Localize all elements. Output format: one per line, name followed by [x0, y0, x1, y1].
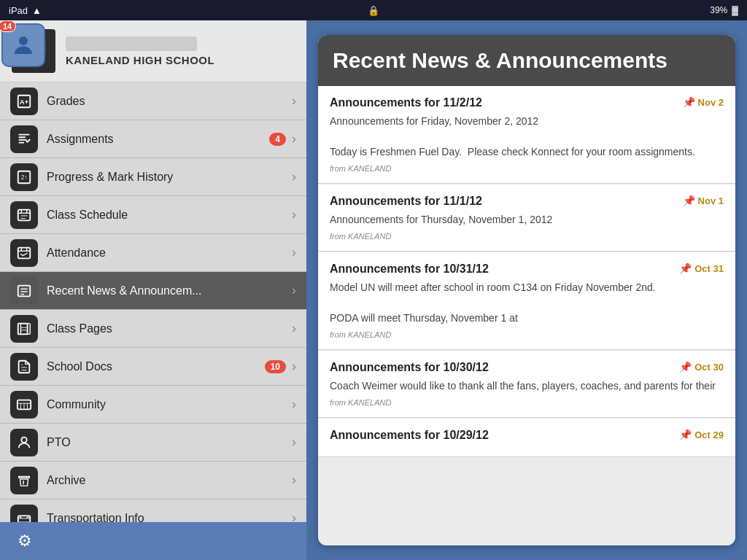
bottom-settings: ⚙ [0, 522, 306, 560]
transportation-chevron: › [292, 510, 296, 522]
pin-icon: 📌 [683, 195, 695, 206]
svg-rect-6 [18, 209, 31, 220]
status-right: 39% ▓ [710, 5, 738, 15]
news-item[interactable]: Announcements for 10/29/12📌 Oct 29 [318, 419, 735, 457]
attendance-chevron: › [292, 245, 296, 260]
recent-news-label: Recent News & Announcem... [47, 284, 292, 298]
svg-line-16 [20, 253, 23, 255]
class-schedule-label: Class Schedule [47, 209, 292, 222]
school-docs-chevron: › [292, 359, 296, 374]
pto-icon [16, 435, 32, 451]
assignments-badge: 4 [269, 133, 286, 146]
wifi-icon: ▲ [32, 5, 42, 16]
news-item-source: from KANELAND [330, 398, 724, 407]
news-item[interactable]: Announcements for 10/31/12📌 Oct 31Model … [318, 252, 735, 350]
class-pages-chevron: › [292, 321, 296, 336]
status-center: 🔒 [368, 5, 379, 16]
grades-icon-bg: A+ [10, 88, 38, 115]
svg-text:2↑: 2↑ [21, 174, 28, 180]
news-item-source: from KANELAND [330, 330, 724, 339]
svg-rect-23 [20, 323, 30, 334]
archive-icon-bg [10, 467, 38, 494]
nav-item-attendance[interactable]: Attendance › [0, 234, 306, 272]
notification-wrapper[interactable]: 14 [1, 23, 53, 74]
pto-icon-bg [10, 429, 38, 456]
notification-count: 14 [0, 20, 16, 32]
svg-rect-36 [20, 516, 22, 518]
news-panel-header: Recent News & Announcements [318, 35, 735, 86]
nav-item-transportation[interactable]: Transportation Info › [0, 499, 306, 522]
nav-item-archive[interactable]: Archive › [0, 462, 306, 499]
notification-avatar[interactable]: 14 [1, 23, 45, 67]
attendance-label: Attendance [47, 246, 292, 260]
nav-item-recent-news[interactable]: Recent News & Announcem... › [0, 272, 306, 310]
svg-text:A+: A+ [20, 98, 28, 105]
community-label: Community [47, 398, 292, 411]
news-item-header: Announcements for 11/2/12📌 Nov 2 [330, 96, 724, 109]
recent-news-chevron: › [292, 283, 296, 298]
svg-rect-37 [27, 516, 29, 518]
assignments-icon [16, 131, 32, 147]
school-docs-label: School Docs [47, 360, 265, 373]
class-pages-icon-bg [10, 315, 38, 343]
transportation-label: Transportation Info [47, 512, 292, 523]
news-item-header: Announcements for 10/31/12📌 Oct 31 [330, 262, 724, 276]
left-panel: 14 K KANELAND HIGH SCHOOL [0, 20, 306, 560]
progress-label: Progress & Mark History [47, 171, 292, 184]
nav-item-school-docs[interactable]: School Docs 10 › [0, 348, 306, 386]
pin-icon: 📌 [679, 429, 692, 440]
nav-item-progress[interactable]: 2↑ Progress & Mark History › [0, 158, 306, 196]
nav-item-assignments[interactable]: Assignments 4 › [0, 120, 306, 158]
recent-news-icon-bg [10, 277, 38, 305]
nav-item-pto[interactable]: PTO › [0, 424, 306, 462]
news-item[interactable]: Announcements for 11/2/12📌 Nov 2Announce… [318, 86, 735, 184]
news-item-body: Model UN will meet after school in room … [330, 280, 724, 326]
community-icon-bg [10, 391, 38, 419]
transportation-icon-bg [10, 505, 38, 523]
news-item[interactable]: Announcements for 11/1/12📌 Nov 1Announce… [318, 184, 735, 252]
grades-chevron: › [292, 93, 296, 109]
svg-rect-35 [18, 516, 31, 522]
status-bar: iPad ▲ 🔒 39% ▓ [0, 0, 747, 20]
school-name: KANELAND HIGH SCHOOL [66, 54, 214, 66]
school-docs-icon-bg [10, 353, 38, 381]
community-icon [16, 397, 32, 413]
news-item-source: from KANELAND [330, 232, 724, 241]
svg-point-0 [19, 36, 28, 45]
progress-icon-bg: 2↑ [10, 163, 38, 191]
assignments-label: Assignments [47, 133, 269, 146]
recent-news-icon [16, 283, 32, 299]
pto-label: PTO [47, 436, 292, 449]
news-item-body: Announcements for Friday, November 2, 20… [330, 114, 724, 160]
lock-icon: 🔒 [368, 5, 379, 16]
news-item[interactable]: Announcements for 10/30/12📌 Oct 30Coach … [318, 351, 735, 418]
battery-label: 39% [710, 5, 727, 15]
device-label: iPad [9, 5, 28, 16]
nav-item-class-schedule[interactable]: Class Schedule › [0, 196, 306, 234]
user-name-bar [66, 36, 197, 51]
nav-item-class-pages[interactable]: Class Pages › [0, 310, 306, 348]
transportation-icon [16, 510, 32, 523]
news-item-header: Announcements for 11/1/12📌 Nov 1 [330, 195, 724, 208]
news-list: Announcements for 11/2/12📌 Nov 2Announce… [318, 86, 735, 545]
status-left: iPad ▲ [9, 5, 42, 16]
nav-item-grades[interactable]: A+ Grades › [0, 82, 306, 120]
pin-icon: 📌 [683, 96, 695, 108]
news-panel-title: Recent News & Announcements [333, 48, 667, 72]
nav-item-community[interactable]: Community › [0, 386, 306, 424]
person-icon [10, 32, 36, 58]
svg-rect-22 [18, 323, 28, 334]
news-item-date: 📌 Nov 2 [683, 96, 724, 108]
svg-line-17 [23, 253, 27, 256]
school-docs-badge: 10 [265, 360, 286, 373]
assignments-chevron: › [292, 131, 296, 147]
news-item-header: Announcements for 10/29/12📌 Oct 29 [330, 429, 724, 442]
class-schedule-chevron: › [292, 207, 296, 222]
grades-icon: A+ [16, 93, 32, 109]
pto-chevron: › [292, 435, 296, 450]
news-item-date: 📌 Oct 30 [679, 361, 724, 373]
news-item-body: Announcements for Thursday, November 1, … [330, 212, 724, 228]
class-pages-label: Class Pages [47, 322, 292, 335]
news-item-title: Announcements for 11/2/12 [330, 96, 676, 109]
settings-gear-icon[interactable]: ⚙ [12, 528, 38, 554]
